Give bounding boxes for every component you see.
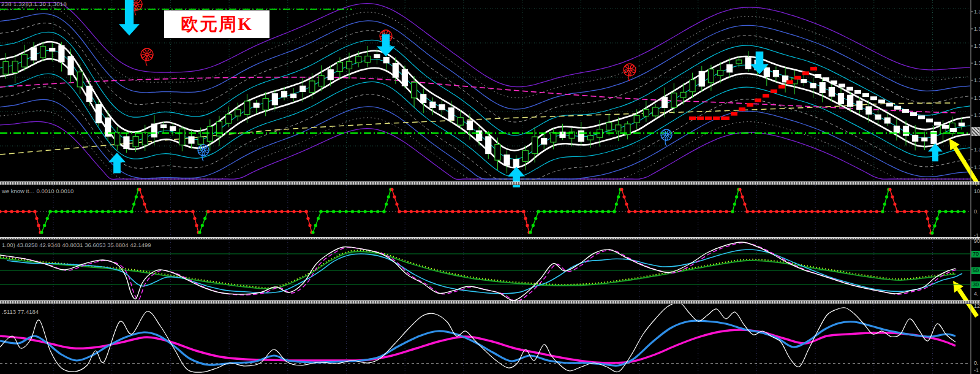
buy-flower-icon bbox=[660, 129, 673, 146]
sell-flower-icon bbox=[140, 48, 154, 66]
level-badge: 50 bbox=[971, 267, 980, 274]
level-badge: 30 bbox=[971, 281, 980, 288]
ohlc-readout: 238 1.3283 1.30 1.3018 bbox=[1, 1, 67, 7]
indicator-tick-label: 0. bbox=[974, 208, 979, 215]
indicator-tick-label: 10 bbox=[974, 188, 980, 194]
window-separator[interactable] bbox=[0, 181, 980, 185]
indicator-tick-label: 90 bbox=[974, 238, 980, 244]
window-separator[interactable] bbox=[0, 237, 980, 240]
price-tick-label: 1.3 bbox=[974, 77, 980, 83]
price-tick-label: 1.3 bbox=[974, 147, 980, 153]
price-tick-label: 1.3 bbox=[974, 43, 980, 49]
price-tick-label: 1.3 bbox=[974, 95, 980, 101]
indicator-tick-label: 12 bbox=[974, 303, 980, 309]
indicator-label-oscillator1: 1.00) 43.8258 42.9348 40.8031 36.6053 35… bbox=[2, 242, 151, 248]
oscillator1-indicator bbox=[0, 242, 970, 301]
chart-title-box[interactable]: 欧元周K bbox=[164, 10, 270, 38]
axis-scale bbox=[971, 0, 973, 374]
level-badge: 70 bbox=[971, 251, 980, 258]
indicator-label-signal: we know it… 0.0010 0.0010 bbox=[2, 188, 74, 194]
price-tick-label: 1.3 bbox=[974, 164, 980, 170]
indicator-tick-label: -1 bbox=[974, 367, 979, 373]
current-price-box bbox=[971, 127, 980, 136]
price-tick-label: 1.3 bbox=[974, 60, 980, 66]
mt4-chart-window: 238 1.3283 1.30 1.3018 欧元周K we know it… … bbox=[0, 0, 980, 374]
window-separator[interactable] bbox=[0, 300, 980, 304]
indicator-tick-label: 0. bbox=[974, 360, 979, 366]
chart-canvas bbox=[0, 0, 980, 374]
oscillator2-indicator bbox=[0, 303, 970, 373]
price-tick-label: 1.3 bbox=[974, 26, 980, 32]
price-tick-label: 1.3 bbox=[974, 9, 980, 15]
indicator-label-oscillator2: .5113 77.4184 bbox=[2, 308, 39, 315]
chart-title-text: 欧元周K bbox=[181, 12, 253, 37]
price-tick-label: 1.3 bbox=[974, 112, 980, 118]
indicator-tick-label: 4. bbox=[974, 291, 979, 297]
